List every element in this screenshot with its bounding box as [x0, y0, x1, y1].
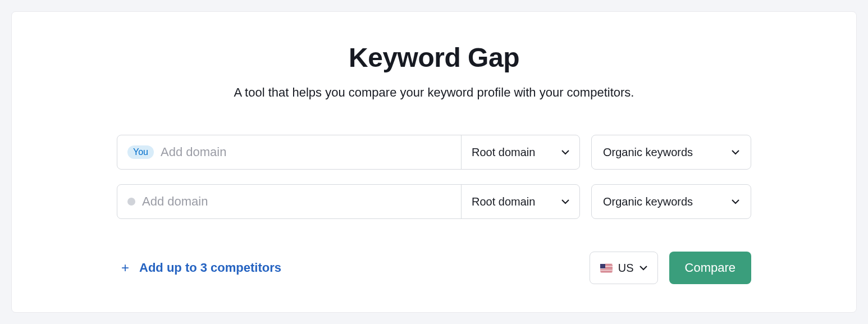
domain-type-label: Root domain	[472, 195, 535, 208]
domain-row: You Root domain Organic keywords	[117, 135, 751, 170]
domain-type-select[interactable]: Root domain	[462, 135, 579, 169]
us-flag-icon	[600, 264, 613, 272]
form-area: You Root domain Organic keywords	[117, 135, 751, 284]
domain-input-group: You Root domain	[117, 135, 580, 170]
competitor-domain-input[interactable]	[142, 194, 451, 209]
keyword-type-label: Organic keywords	[603, 195, 693, 208]
you-badge: You	[127, 145, 154, 159]
chevron-down-icon	[732, 198, 739, 206]
chevron-down-icon	[561, 148, 569, 156]
add-competitors-button[interactable]: + Add up to 3 competitors	[117, 261, 281, 275]
domain-input-wrapper: You	[117, 135, 462, 169]
country-select[interactable]: US	[590, 252, 658, 284]
domain-input-group: Root domain	[117, 184, 580, 219]
chevron-down-icon	[561, 198, 569, 206]
domain-type-select[interactable]: Root domain	[462, 185, 579, 218]
right-controls: US Compare	[590, 252, 751, 284]
chevron-down-icon	[639, 264, 647, 272]
keyword-gap-card: Keyword Gap A tool that helps you compar…	[11, 11, 857, 313]
plus-icon: +	[121, 261, 129, 275]
compare-button[interactable]: Compare	[669, 252, 751, 284]
keyword-type-label: Organic keywords	[603, 146, 693, 159]
chevron-down-icon	[732, 148, 739, 156]
page-title: Keyword Gap	[349, 42, 519, 73]
bottom-row: + Add up to 3 competitors US Compare	[117, 252, 751, 284]
keyword-type-select[interactable]: Organic keywords	[591, 135, 751, 170]
your-domain-input[interactable]	[161, 145, 451, 159]
country-label: US	[618, 262, 634, 275]
domain-row: Root domain Organic keywords	[117, 184, 751, 219]
page-subtitle: A tool that helps you compare your keywo…	[234, 85, 634, 100]
competitor-dot-icon	[127, 198, 135, 206]
add-competitors-label: Add up to 3 competitors	[139, 261, 281, 275]
domain-input-wrapper	[117, 185, 462, 218]
domain-type-label: Root domain	[472, 146, 535, 159]
keyword-type-select[interactable]: Organic keywords	[591, 184, 751, 219]
